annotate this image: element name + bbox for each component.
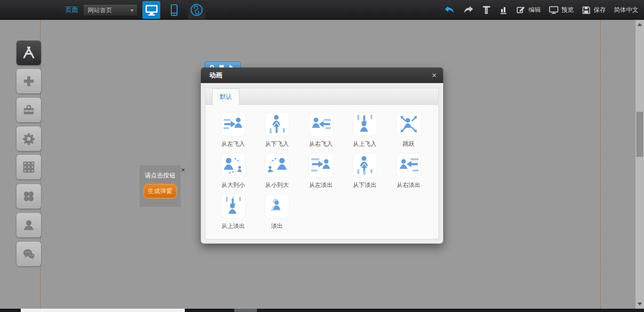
right-guide-line (600, 20, 601, 309)
preview-button[interactable]: 预览 (549, 5, 574, 15)
animation-option-label: 跳跃 (387, 140, 430, 148)
fade-out-bottom-icon (353, 153, 377, 177)
sidebar-item-app-market[interactable] (17, 41, 41, 65)
scroll-up-arrow-icon[interactable] (637, 23, 642, 26)
sidebar-item-settings[interactable] (17, 126, 41, 151)
fly-in-left-icon (221, 112, 246, 136)
sidebar-item-wechat[interactable] (17, 242, 41, 266)
small-to-big-icon (265, 153, 289, 177)
sidebar-item-widgets[interactable] (17, 184, 41, 209)
edit-button[interactable]: 编辑 (516, 5, 541, 15)
edit-icon (516, 5, 526, 15)
animation-option-fly-in-right[interactable]: 从右飞入 (299, 112, 343, 148)
animation-option-label: 淡出 (255, 222, 299, 230)
animation-option-label: 从下淡出 (343, 181, 387, 189)
fade-out-left-icon (309, 153, 333, 177)
fade-out-right-icon (396, 153, 421, 177)
tab-default[interactable]: 默认 (212, 88, 239, 105)
animation-option-fade-out[interactable]: 淡出 (255, 194, 299, 230)
stats-button[interactable] (499, 6, 508, 15)
add-icon (22, 75, 35, 88)
top-toolbar: 页面 网站首页 (0, 0, 644, 20)
animation-option-small-to-big[interactable]: 从小到大 (255, 153, 299, 189)
animation-option-fly-in-left[interactable]: 从左飞入 (211, 112, 255, 148)
dialog-body: 默认 从左飞入从下飞入从右飞入从上飞入跳跃从大到小从小到大从左淡出从下淡出从右淡… (205, 88, 439, 239)
language-button[interactable]: 简体中文 (614, 6, 638, 14)
page-label: 页面 (65, 6, 78, 14)
save-icon (582, 6, 591, 15)
big-to-small-icon (221, 153, 246, 177)
monitor-icon (144, 3, 159, 17)
horizontal-scrollbar[interactable] (0, 309, 644, 312)
dialog-close-icon[interactable]: × (432, 71, 437, 80)
preview-monitor-icon (549, 5, 559, 15)
popup-trigger-close-icon[interactable]: × (181, 167, 185, 173)
fade-out-top-icon (221, 194, 246, 219)
redo-icon (463, 6, 474, 14)
animation-option-label: 从左飞入 (211, 140, 255, 148)
sidebar-item-toolbox[interactable] (17, 98, 41, 122)
animation-option-label: 从上淡出 (211, 222, 255, 230)
animation-option-jump[interactable]: 跳跃 (387, 112, 430, 148)
scroll-down-arrow-icon[interactable] (637, 303, 642, 305)
fly-in-right-icon (309, 112, 333, 136)
animation-option-label: 从下飞入 (255, 140, 299, 148)
fly-in-bottom-icon (265, 112, 289, 136)
chevron-down-icon (130, 9, 134, 12)
sidebar-item-user[interactable] (17, 213, 41, 237)
phone-icon (169, 4, 179, 17)
preview-label: 预览 (561, 6, 574, 14)
animation-dialog: 动画 × 默认 从左飞入从下飞入从右飞入从上飞入跳跃从大到小从小到大从左淡出从下… (201, 67, 443, 244)
bar-chart-icon (499, 6, 508, 15)
user-icon (22, 219, 35, 232)
save-label: 保存 (594, 6, 606, 14)
link-button[interactable] (188, 1, 206, 19)
fade-out-icon (265, 194, 289, 219)
ruler-button[interactable] (482, 5, 491, 15)
sidebar-item-grid[interactable] (17, 155, 41, 179)
wechat-icon (22, 247, 35, 261)
widgets-icon (22, 190, 35, 203)
undo-icon (444, 6, 455, 14)
save-button[interactable]: 保存 (582, 6, 606, 15)
edit-label: 编辑 (528, 6, 541, 14)
link-icon (190, 3, 204, 17)
animation-option-fly-in-bottom[interactable]: 从下飞入 (255, 112, 299, 148)
animation-option-label: 从上飞入 (343, 140, 387, 148)
animation-option-label: 从左淡出 (299, 181, 343, 189)
animation-option-label: 从大到小 (211, 181, 255, 189)
settings-gear-icon (22, 132, 35, 145)
ruler-icon (482, 5, 491, 15)
animation-option-fly-in-top[interactable]: 从上飞入 (343, 112, 387, 148)
popup-trigger-text: 请点击按钮 (140, 171, 181, 180)
mobile-view-button[interactable] (165, 1, 183, 19)
generate-popup-button[interactable]: 生成弹窗 (144, 184, 177, 198)
fly-in-top-icon (353, 112, 377, 136)
horizontal-scrollbar-thumb[interactable] (21, 309, 185, 312)
animation-option-fade-out-left[interactable]: 从左淡出 (299, 153, 343, 189)
animation-option-label: 从小到大 (255, 181, 299, 189)
undo-button[interactable] (444, 6, 455, 14)
grid-icon (22, 160, 35, 174)
popup-trigger-element[interactable]: 请点击按钮 生成弹窗 (140, 165, 181, 207)
animation-option-label: 从右飞入 (299, 140, 343, 148)
desktop-view-button[interactable] (142, 1, 160, 19)
sidebar-item-add[interactable] (17, 69, 41, 93)
toolbox-icon (22, 103, 35, 117)
animation-option-fade-out-top[interactable]: 从上淡出 (211, 194, 255, 230)
language-label: 简体中文 (614, 6, 638, 14)
dialog-title: 动画 (209, 71, 223, 79)
animation-option-fade-out-bottom[interactable]: 从下淡出 (343, 153, 387, 189)
page-select-value: 网站首页 (88, 7, 112, 14)
app-market-icon (22, 46, 36, 60)
dialog-titlebar[interactable]: 动画 (201, 67, 443, 83)
jump-icon (396, 112, 421, 136)
vertical-scrollbar-thumb[interactable] (636, 112, 643, 157)
animation-option-big-to-small[interactable]: 从大到小 (211, 153, 255, 189)
vertical-scrollbar[interactable] (636, 20, 644, 309)
dialog-tabstrip: 默认 (206, 88, 438, 105)
redo-button[interactable] (463, 6, 474, 14)
animation-option-fade-out-right[interactable]: 从右淡出 (387, 153, 430, 189)
horizontal-scrollbar-segment[interactable] (234, 309, 257, 312)
page-select[interactable]: 网站首页 (83, 4, 138, 16)
